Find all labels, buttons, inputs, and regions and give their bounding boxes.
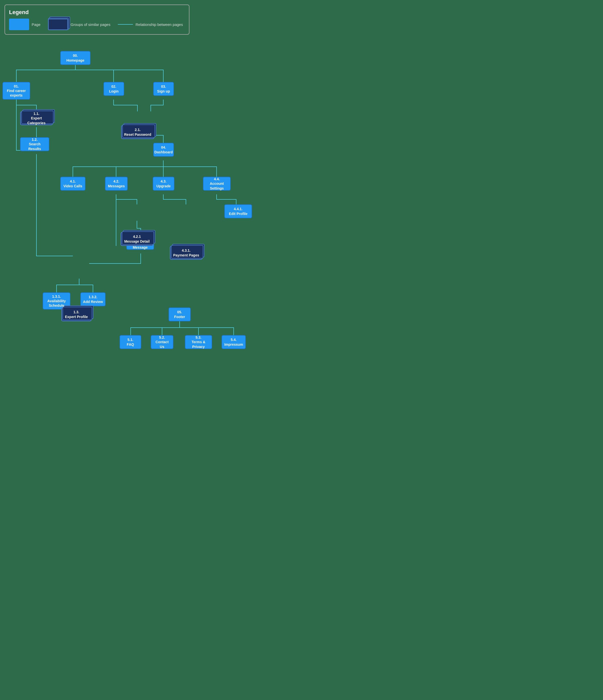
- node-contact-us[interactable]: 5.2. Contact Us: [151, 335, 173, 349]
- legend-box: Legend Page Groups of similar pages Rela…: [4, 4, 189, 35]
- node-message-detail[interactable]: 4.2.1 Message Detail: [121, 232, 153, 246]
- node-video-calls[interactable]: 4.1. Video Calls: [60, 177, 85, 191]
- node-login[interactable]: 02. Login: [104, 82, 124, 96]
- legend-relationship-label: Relationship between pages: [135, 22, 183, 27]
- node-add-review[interactable]: 1.3.2. Add Review: [80, 293, 106, 306]
- node-find-career[interactable]: 01. Find career experts: [2, 82, 30, 100]
- legend-relationship-item: Relationship between pages: [118, 22, 183, 27]
- node-expert-categories[interactable]: 1.1. Expert Categories: [20, 111, 53, 125]
- node-upgrade[interactable]: 4.3. Upgrade: [153, 177, 174, 191]
- node-terms-privacy[interactable]: 5.3. Terms & Privacy: [185, 335, 212, 349]
- legend-group-icon: [48, 19, 68, 30]
- legend-title: Legend: [9, 9, 183, 16]
- diagram: 00. Homepage 01. Find career experts 02.…: [0, 37, 261, 369]
- node-impressum[interactable]: 5.4. Impressum: [221, 335, 246, 349]
- legend-page-label: Page: [32, 22, 41, 27]
- node-signup[interactable]: 03. Sign up: [153, 82, 174, 96]
- legend-group-item: Groups of similar pages: [48, 19, 110, 30]
- node-homepage[interactable]: 00. Homepage: [60, 51, 90, 65]
- connector-lines: [0, 37, 261, 369]
- legend-group-label: Groups of similar pages: [71, 22, 110, 27]
- node-dashboard[interactable]: 04. Dashboard: [153, 143, 174, 157]
- node-payment-pages[interactable]: 4.3.1. Payment Pages: [170, 246, 203, 260]
- node-search-results[interactable]: 1.2. Search Results: [20, 137, 49, 151]
- node-edit-profile[interactable]: 4.4.1. Edit Profile: [225, 204, 252, 218]
- node-faq[interactable]: 5.1. FAQ: [120, 335, 141, 349]
- node-footer[interactable]: 05. Footer: [168, 307, 191, 321]
- legend-line-icon: [118, 24, 133, 25]
- legend-page-item: Page: [9, 19, 41, 30]
- node-messages[interactable]: 4.2. Messages: [105, 177, 128, 191]
- node-expert-profile[interactable]: 1.3. Expert Profile: [61, 307, 91, 321]
- legend-page-icon: [9, 19, 29, 30]
- node-account-settings[interactable]: 4.4. Account Settings: [203, 177, 231, 191]
- node-reset-password[interactable]: 2.1. Reset Password: [121, 125, 154, 139]
